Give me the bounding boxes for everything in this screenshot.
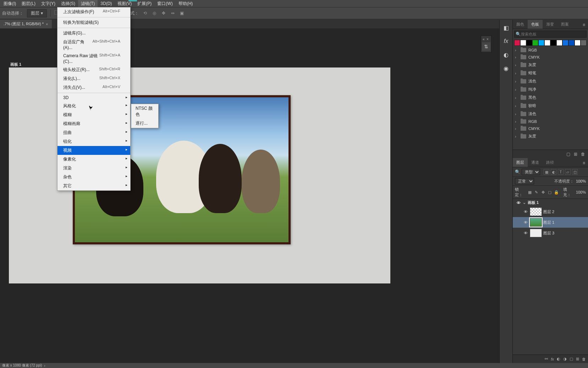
menu-layer[interactable]: 图层(L) (19, 0, 38, 8)
chevron-right-icon[interactable]: › (515, 79, 518, 83)
tab-channels[interactable]: 通道 (528, 158, 543, 167)
chevron-down-icon[interactable]: ⌄ (523, 200, 526, 205)
blend-mode-select[interactable]: 正常 (515, 178, 534, 184)
layer-row[interactable]: 👁图层 2 (513, 206, 588, 217)
menu-item[interactable]: 滤镜库(G)... (57, 29, 130, 38)
chevron-right-icon[interactable]: › (515, 71, 518, 75)
menu-item[interactable]: 锐化▸ (57, 137, 130, 146)
tab-layers[interactable]: 图层 (513, 158, 528, 167)
group-icon[interactable]: ▢ (570, 357, 573, 361)
chevron-right-icon[interactable]: › (515, 126, 518, 131)
layer-name[interactable]: 图层 1 (543, 220, 554, 225)
menu-image[interactable]: 图像(I) (1, 0, 19, 8)
new-swatch-icon[interactable]: ⊞ (574, 152, 577, 157)
menu-item[interactable]: 模糊▸ (57, 110, 130, 119)
3d-camera-icon[interactable]: ▣ (179, 10, 185, 16)
layer-name[interactable]: 画板 1 (528, 200, 539, 205)
fx-icon[interactable]: fx (551, 357, 554, 361)
layer-filter-kind[interactable]: 类型 (522, 169, 540, 175)
swatch-folder[interactable]: ›纯净 (513, 85, 588, 93)
menu-item[interactable]: 自适应广角(A)...Alt+Shift+Ctrl+A (57, 38, 130, 52)
opacity-value[interactable]: 100% (576, 179, 586, 183)
visibility-icon[interactable]: 👁 (523, 220, 528, 224)
tab-paths[interactable]: 路径 (543, 158, 557, 167)
swatch[interactable] (538, 40, 544, 46)
layer-row[interactable]: 👁图层 3 (513, 228, 588, 238)
3d-slide-icon[interactable]: ⇔ (170, 10, 176, 16)
panel-button[interactable]: ⇅ (482, 42, 490, 51)
swatch-folder[interactable]: ›黑色 (513, 93, 588, 102)
filter-pixel-icon[interactable]: ▦ (544, 169, 549, 175)
new-group-icon[interactable]: ▢ (566, 152, 570, 157)
swatch[interactable] (581, 40, 587, 46)
delete-icon[interactable]: 🗑 (582, 357, 586, 361)
swatch-folder[interactable]: ›灰度 (513, 61, 588, 69)
chevron-right-icon[interactable]: › (515, 104, 518, 108)
layer-name[interactable]: 图层 2 (543, 209, 554, 215)
swatch-folder[interactable]: ›浅色 (513, 77, 588, 85)
chevron-right-icon[interactable]: › (515, 87, 518, 92)
collapse-icon[interactable]: « (483, 37, 486, 41)
layer-thumbnail[interactable] (530, 218, 542, 227)
panel-menu-icon[interactable]: ≡ (581, 159, 587, 167)
swatch[interactable] (544, 40, 550, 46)
menu-item[interactable]: 杂色▸ (57, 173, 130, 182)
menu-item[interactable]: 上次滤镜操作(F)Alt+Ctrl+F (57, 7, 130, 16)
submenu-item[interactable]: 逐行... (131, 119, 158, 128)
swatch-folder[interactable]: ›淡色 (513, 110, 588, 118)
swatch[interactable] (526, 40, 532, 46)
menu-item[interactable]: 像素化▸ (57, 155, 130, 164)
filter-smart-icon[interactable]: ◫ (572, 169, 578, 175)
visibility-icon[interactable]: 👁 (523, 231, 528, 235)
chevron-right-icon[interactable]: › (515, 63, 518, 67)
artboard-layer[interactable]: 👁 ⌄ 画板 1 (513, 199, 588, 206)
swatch[interactable] (520, 40, 526, 46)
auto-select-target[interactable]: 图层▾ (27, 9, 47, 17)
3d-orbit-icon[interactable]: ⟲ (142, 10, 148, 16)
visibility-icon[interactable]: 👁 (516, 201, 521, 205)
tab-gradients[interactable]: 渐变 (543, 20, 557, 29)
tab-swatches[interactable]: 色板 (528, 20, 543, 29)
new-layer-icon[interactable]: ⊞ (576, 357, 579, 361)
swatch-search-input[interactable] (514, 31, 587, 38)
filter-adjustment-icon[interactable]: ◐ (551, 169, 556, 175)
swatch[interactable] (514, 40, 520, 46)
filter-type-icon[interactable]: T (558, 169, 564, 175)
swatch[interactable] (550, 40, 556, 46)
lock-all-icon[interactable]: 🔒 (554, 190, 559, 195)
layer-thumbnail[interactable] (530, 229, 542, 237)
adjustments-icon[interactable]: ◐ (502, 50, 510, 59)
mask-icon[interactable]: ◐ (557, 357, 560, 361)
menu-item[interactable]: 视频▸ (57, 146, 130, 155)
libraries-icon[interactable]: ◉ (502, 64, 510, 72)
swatch[interactable] (562, 40, 568, 46)
swatch[interactable] (568, 40, 575, 46)
menu-item[interactable]: 模糊画廊▸ (57, 119, 130, 128)
menu-item[interactable]: 渲染▸ (57, 164, 130, 173)
menu-item[interactable]: Camera Raw 滤镜(C)...Shift+Ctrl+A (57, 52, 130, 65)
close-icon[interactable]: × (46, 22, 48, 26)
menu-filter[interactable]: 滤镜(T) (78, 0, 98, 8)
menu-item[interactable]: 扭曲▸ (57, 128, 130, 137)
menu-3d[interactable]: 3D(D) (98, 0, 115, 7)
swatch-folder[interactable]: ›CMYK (513, 125, 588, 132)
menu-item[interactable]: 3D▸ (57, 94, 130, 102)
chevron-right-icon[interactable]: › (515, 48, 518, 52)
close-icon[interactable]: × (487, 37, 490, 41)
history-icon[interactable]: ◧ (502, 23, 510, 32)
tab-color[interactable]: 颜色 (513, 20, 528, 29)
lock-artboard-icon[interactable]: ▢ (548, 190, 552, 195)
menu-item[interactable]: 镜头校正(R)...Shift+Ctrl+R (57, 65, 130, 74)
filter-shape-icon[interactable]: ▱ (565, 169, 571, 175)
submenu-item[interactable]: NTSC 颜色 (131, 104, 158, 119)
swatch-folder[interactable]: ›CMYK (513, 54, 588, 61)
3d-roll-icon[interactable]: ◎ (152, 10, 157, 16)
swatch-folder[interactable]: ›灰度 (513, 132, 588, 140)
menu-window[interactable]: 窗口(W) (154, 0, 175, 8)
artboard-label[interactable]: 画板 1 (10, 62, 21, 67)
adjustment-icon[interactable]: ◑ (563, 357, 567, 361)
status-chevron-icon[interactable]: › (44, 364, 45, 368)
chevron-right-icon[interactable]: › (515, 119, 518, 124)
link-icon[interactable]: ⚯ (545, 357, 548, 361)
menu-item[interactable]: 液化(L)...Shift+Ctrl+X (57, 74, 130, 83)
